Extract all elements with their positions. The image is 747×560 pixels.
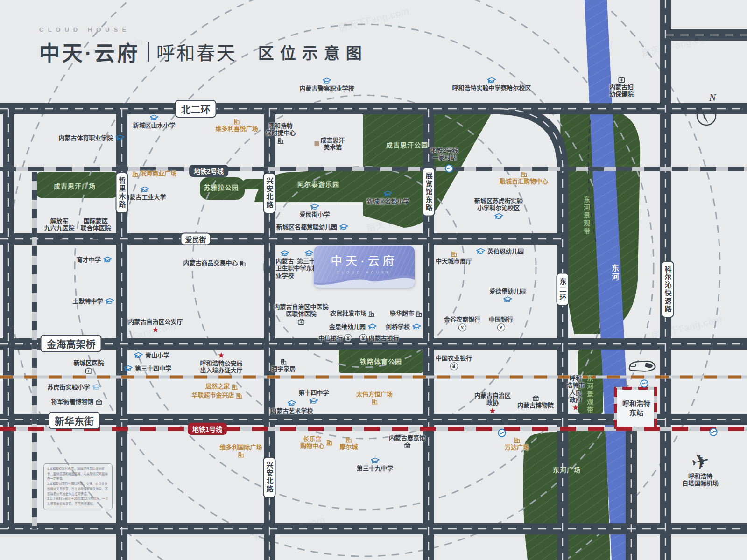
park-label: 东河景观带 — [585, 375, 594, 414]
road-label: 地铁2号线 — [189, 165, 228, 177]
plane-icon: ✈ — [689, 449, 711, 474]
map-poi: 将军衙署博物馆 — [51, 398, 103, 405]
poi-label: 呼和浩特实验中学察哈尔校区 — [452, 84, 531, 91]
museum-icon — [403, 442, 411, 448]
poi-label: 育才中学 — [77, 256, 101, 263]
school-icon — [303, 249, 314, 257]
poi-label: 新城区苏虎街实验小学科尔沁校区 — [474, 197, 523, 212]
map-poi: 内蒙古自治区中医院医联体医院 — [274, 303, 328, 325]
map-poi: 金谷农商银行¥ — [444, 316, 480, 331]
poi-label: 土默特中学 — [72, 297, 103, 304]
building-icon — [236, 392, 243, 399]
map-poi: 内蒙古艺术学校 — [270, 399, 313, 414]
school-icon — [286, 399, 297, 407]
map-poi: 新城区医院 — [73, 359, 104, 374]
poi-label: 居然之家 — [205, 383, 230, 390]
school-icon — [502, 296, 513, 304]
brand-english: CLOUD HOUSE — [39, 26, 368, 33]
map-poi: 新城区山水小学 — [133, 113, 175, 129]
map-poi: 中国银行¥ — [489, 316, 513, 331]
hospital-icon — [617, 76, 625, 83]
poi-label: 维多利喜悦广场 — [215, 125, 258, 132]
building-icon — [231, 383, 238, 390]
poi-label: 融城百汇购物中心 — [500, 178, 548, 185]
school-icon — [309, 203, 320, 210]
school-icon — [279, 249, 290, 257]
east-station-label: 呼和浩特 东站 — [622, 399, 650, 417]
metro-logo-icon — [445, 164, 454, 173]
station-line2: 东站 — [622, 408, 650, 417]
map-poi: ★呼和浩特公安局出入境办证大厅 — [200, 351, 242, 374]
poi-label: 第三十九中学 — [357, 465, 393, 472]
school-icon — [367, 323, 378, 331]
building-dark-icon — [240, 260, 247, 266]
road-label: 爱民街 — [180, 233, 211, 245]
road-label: 兴安北路 — [263, 173, 276, 214]
park-label: 东河 — [609, 264, 620, 282]
poi-label: 新城区医院 — [73, 359, 104, 366]
poi-label: 解放军九六九医院 — [44, 217, 74, 232]
poi-label: 呼和浩特市人民政府 — [566, 375, 585, 403]
poi-label: 内蒙古卫生职业学校 — [275, 258, 294, 279]
school-icon — [321, 77, 332, 84]
bank-icon: ¥ — [497, 324, 505, 332]
star-icon: ★ — [572, 404, 579, 412]
poi-label: 将军衙署博物馆 — [51, 398, 93, 405]
poi-label: 维多利国际广场 — [219, 444, 262, 451]
map-poi: 内蒙古工业大学 — [123, 185, 166, 201]
poi-label: 中天城市展厅 — [436, 258, 472, 265]
road-label: 北二环 — [175, 100, 217, 118]
map-poi: 金思维幼儿园 — [329, 323, 378, 331]
park-label: 苏雅拉公园 — [204, 182, 239, 192]
poi-label: 国际蒙医联合体医院 — [80, 217, 111, 232]
disclaimer-line: 1.本模型仅旨在示意，拟建项目周边规划细节、整体质感和绘图风格，与实际情况可能存… — [47, 467, 109, 482]
poi-label: 青山小学 — [145, 351, 169, 358]
map-poi: 内蒙古卫生职业学校 — [275, 249, 294, 279]
hospital-icon — [55, 232, 63, 239]
poi-label: 中国农业银行 — [436, 355, 472, 362]
metro-logo-icon — [709, 428, 718, 437]
poi-label: 新城区名都小学 — [366, 198, 409, 205]
poi-label: 呼和浩特保时捷中心 — [265, 122, 296, 137]
poi-label: 内蒙古自治区中医院医联体医院 — [274, 303, 328, 318]
poi-label: 英伯恩幼儿园 — [487, 247, 524, 254]
road-label: 金海高架桥 — [41, 335, 102, 352]
hospital-icon — [297, 318, 305, 325]
poi-label: 新城区名都慧聪幼儿园 — [276, 223, 337, 230]
school-icon — [123, 364, 134, 372]
map-poi: 滨海商业广场 — [132, 170, 176, 177]
park-label: 铁路体育公园 — [360, 357, 402, 366]
poi-label: 呼和浩特白塔国际机场 — [682, 473, 719, 487]
map-poi: 爱德堡幼儿园 — [489, 288, 526, 303]
poi-label: 摩尔城 — [339, 443, 358, 450]
poi-label: 第十四中学 — [298, 389, 329, 396]
project-placard: 中天·云府 CLOUD HOUSE — [314, 246, 415, 288]
map-poi: 农贸批发市场 — [330, 310, 375, 317]
metro-logo-icon — [640, 379, 649, 388]
road-label: 新华东街 — [49, 412, 100, 429]
poi-label: 呼和浩特公安局出入境办证大厅 — [200, 360, 242, 374]
school-icon — [105, 297, 115, 305]
map-poi: 第三十四中学 — [123, 364, 171, 372]
poi-label: 内蒙古工业大学 — [123, 194, 166, 201]
compass: N — [685, 91, 727, 130]
project-subtitle: CLOUD HOUSE — [337, 271, 391, 274]
location-map: CLOUD HOUSE 中天·云府 呼和春天 区位示意图 中天·云府 CLOUD… — [0, 0, 747, 560]
map-poi: ¥内蒙古银行 — [359, 334, 399, 342]
bank-icon: ¥ — [450, 363, 458, 371]
poi-label: 金思维幼儿园 — [329, 323, 366, 330]
star-icon: ★ — [218, 351, 225, 359]
map-poi: 内蒙古展览馆 — [389, 434, 425, 448]
train-icon — [626, 356, 657, 376]
map-poi: 长乐宫购物中心 — [300, 435, 333, 450]
school-icon — [475, 247, 486, 255]
disclaimer-line: 3.以上资料为截止于2020年12月的情况，一切未尽事宜如有变更，不再另行通知。 — [47, 497, 109, 506]
map-poi: 联华超市 — [390, 310, 423, 317]
building-icon — [371, 398, 378, 405]
map-poi: 新城区苏虎街实验小学科尔沁校区 — [474, 197, 523, 220]
map-poi: 新城区名都慧聪幼儿园 — [276, 223, 349, 231]
poi-label: 内蒙古妇幼保健院 — [609, 84, 634, 98]
map-poi: 剑桥学校 — [386, 323, 422, 331]
poi-label: 万达广场 — [505, 444, 529, 451]
compass-icon — [685, 104, 727, 128]
